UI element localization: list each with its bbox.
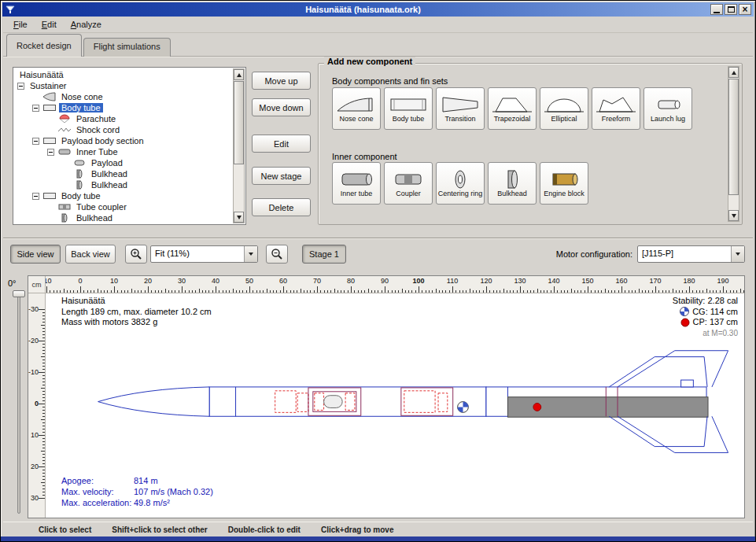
tree-item-nose-cone[interactable]: Nose cone [14, 91, 233, 102]
zoom-in-button[interactable] [125, 245, 147, 264]
delete-button[interactable]: Delete [252, 198, 311, 216]
collapse-toggle-icon[interactable] [32, 105, 39, 112]
coupler-button[interactable]: Coupler [384, 162, 433, 205]
transition-icon [439, 94, 481, 115]
tree-item-parachute[interactable]: Parachute [14, 113, 233, 124]
tree-item-label[interactable]: Sustainer [28, 81, 68, 90]
ruler-tick [42, 422, 45, 423]
tab-flight-simulations[interactable]: Flight simulations [83, 38, 171, 57]
ruler-tick [470, 289, 470, 293]
palette-scrollbar[interactable] [728, 66, 739, 222]
transition-button[interactable]: Transition [436, 87, 485, 130]
title-bar[interactable]: Haisunäätä (haisunaata.ork) × [2, 2, 754, 17]
ruler-tick [179, 290, 179, 293]
maximize-button[interactable] [725, 4, 737, 15]
tree-item-label[interactable]: Nose cone [59, 92, 105, 101]
nose-cone-button[interactable]: Nose cone [332, 87, 381, 130]
tree-item-bulkhead[interactable]: Bulkhead [14, 212, 233, 223]
minimize-button[interactable] [710, 4, 723, 15]
ruler-tick [121, 290, 122, 293]
rotation-slider-handle[interactable] [13, 290, 25, 297]
stage-toggle-button[interactable]: Stage 1 [302, 245, 346, 264]
tree-item-body-tube[interactable]: Body tube [14, 190, 233, 201]
motor-configuration-select[interactable]: [J115-P] [637, 245, 745, 263]
tree-item-label[interactable]: Bulkhead [89, 169, 130, 179]
scale-select[interactable]: Fit (11%) [150, 245, 258, 263]
ruler-tick [304, 290, 304, 293]
menu-file[interactable]: File [6, 18, 35, 31]
elliptical-button[interactable]: Elliptical [540, 87, 588, 130]
tree-scrollbar[interactable] [233, 68, 245, 223]
collapse-toggle-icon[interactable] [32, 193, 39, 200]
freeform-button[interactable]: Freeform [592, 87, 640, 130]
fin-shape[interactable] [618, 351, 728, 387]
ruler-tick [42, 385, 45, 385]
launch-lug-shape[interactable] [681, 380, 694, 387]
tree-item-label[interactable]: Bulkhead [89, 180, 130, 190]
move-up-button[interactable]: Move up [252, 72, 311, 90]
menu-edit[interactable]: Edit [35, 18, 64, 31]
inner-tube-button[interactable]: Inner tube [332, 162, 381, 205]
ruler-tick [614, 290, 615, 293]
tree-item-haisunäätä[interactable]: Haisunäätä [14, 69, 233, 80]
tree-item-label[interactable]: Body tube [59, 191, 103, 201]
tree-item-label[interactable]: Body tube [59, 103, 103, 112]
payload-icon [72, 158, 87, 168]
chevron-down-icon[interactable] [731, 246, 744, 262]
scroll-up-button[interactable] [728, 67, 739, 78]
ruler-tick [42, 319, 45, 319]
tree-item-sustainer[interactable]: Sustainer [14, 80, 233, 91]
collapse-toggle-icon[interactable] [32, 138, 39, 145]
tree-item-label[interactable]: Tube coupler [74, 202, 129, 212]
scrollbar-thumb[interactable] [234, 81, 244, 164]
menu-analyze[interactable]: Analyze [64, 18, 109, 31]
tree-item-body-tube[interactable]: Body tube [14, 102, 233, 113]
engine-block-button[interactable]: Engine block [540, 162, 588, 205]
tree-item-payload[interactable]: Payload [14, 157, 233, 168]
rocket-draw-area[interactable]: Haisunäätä Length 189 cm, max. diameter … [46, 293, 744, 518]
scroll-down-button[interactable] [728, 210, 739, 221]
collapse-toggle-icon[interactable] [17, 83, 24, 90]
centering-ring-button[interactable]: Centering ring [436, 162, 485, 205]
side-view-button[interactable]: Side view [10, 245, 61, 264]
rotation-slider-track[interactable] [17, 293, 20, 514]
zoom-out-button[interactable] [266, 245, 288, 264]
scroll-down-button[interactable] [234, 212, 244, 223]
tree-item-bulkhead[interactable]: Bulkhead [14, 179, 233, 190]
payload-shape[interactable] [324, 396, 343, 408]
ruler-tick [740, 289, 741, 293]
new-stage-button[interactable]: New stage [252, 167, 311, 185]
ruler-tick [42, 382, 45, 382]
ruler-tick [733, 290, 734, 293]
tree-item-label[interactable]: Parachute [74, 114, 118, 124]
bulkhead-button[interactable]: Bulkhead [488, 162, 537, 205]
ruler-tick [585, 290, 585, 293]
body-components-row: Nose coneBody tubeTransitionTrapezoidalE… [332, 87, 692, 130]
edit-button[interactable]: Edit [252, 135, 311, 153]
tree-item-inner-tube[interactable]: Inner Tube [14, 146, 233, 157]
tree-item-label[interactable]: Inner Tube [74, 147, 120, 157]
close-button[interactable]: × [739, 4, 751, 15]
back-view-button[interactable]: Back view [65, 245, 116, 264]
ruler-tick [601, 290, 602, 293]
tree-item-label[interactable]: Payload [89, 158, 125, 168]
tree-item-bulkhead[interactable]: Bulkhead [14, 168, 233, 179]
fin-shape[interactable] [618, 416, 728, 452]
nose-cone-shape[interactable] [98, 387, 210, 416]
body-tube-button[interactable]: Body tube [384, 87, 433, 130]
tree-item-label[interactable]: Haisunäätä [17, 70, 66, 79]
tree-item-shock-cord[interactable]: Shock cord [14, 124, 233, 135]
scroll-up-button[interactable] [234, 69, 244, 80]
collapse-toggle-icon[interactable] [47, 149, 54, 156]
trapezoidal-button[interactable]: Trapezoidal [488, 87, 537, 130]
tree-item-label[interactable]: Payload body section [59, 136, 146, 146]
scrollbar-thumb[interactable] [728, 79, 739, 195]
launch-lug-button[interactable]: Launch lug [644, 87, 692, 130]
chevron-down-icon[interactable] [244, 246, 257, 262]
tab-rocket-design[interactable]: Rocket design [6, 34, 82, 57]
tree-item-tube-coupler[interactable]: Tube coupler [14, 201, 233, 212]
tree-item-payload-body-section[interactable]: Payload body section [14, 135, 233, 146]
tree-item-label[interactable]: Shock cord [74, 125, 122, 135]
move-down-button[interactable]: Move down [252, 98, 311, 116]
tree-item-label[interactable]: Bulkhead [74, 213, 115, 223]
